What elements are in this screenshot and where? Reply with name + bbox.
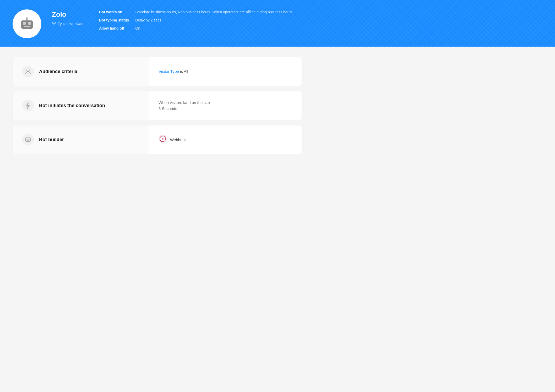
- header-info: Bot works on Standard business hours, No…: [99, 9, 292, 31]
- bot-initiates-title: Bot initiates the conversation: [39, 103, 105, 108]
- webhook-row: Webhook: [159, 135, 187, 145]
- layers-icon: [52, 21, 56, 26]
- svg-rect-3: [24, 26, 30, 27]
- card-left-builder: Bot builder: [13, 125, 149, 154]
- audience-value: Visitor Type is All: [159, 69, 188, 74]
- main-content: Audience criteria Visitor Type is All Bo…: [0, 47, 314, 170]
- org-name: Zylker Hardware: [58, 22, 85, 26]
- initiates-content: When visitors land on the site 6 Seconds: [159, 100, 210, 111]
- trigger-line1: When visitors land on the site: [159, 100, 210, 105]
- bot-works-on-label: Bot works on: [99, 9, 129, 14]
- audience-criteria-title: Audience criteria: [39, 69, 77, 74]
- svg-rect-8: [26, 139, 28, 140]
- bot-builder-title: Bot builder: [39, 137, 64, 142]
- svg-point-6: [27, 69, 29, 71]
- bot-avatar: [13, 9, 41, 38]
- svg-point-10: [28, 137, 28, 137]
- card-left-initiates: Bot initiates the conversation: [13, 91, 149, 120]
- card-left-audience: Audience criteria: [13, 57, 149, 86]
- svg-rect-1: [23, 22, 26, 25]
- allow-handoff-value: On: [135, 26, 292, 31]
- audience-icon: [22, 66, 34, 77]
- header: Zolo Zylker Hardware Bot works on Standa…: [0, 0, 555, 47]
- bot-typing-label: Bot typing status: [99, 18, 129, 22]
- visitor-type-link[interactable]: Visitor Type: [159, 69, 179, 74]
- bot-builder-icon: [22, 134, 34, 145]
- allow-handoff-label: Allow hand off: [99, 26, 129, 30]
- bot-avatar-icon: [19, 17, 35, 30]
- visitor-type-rest: is All: [179, 69, 188, 74]
- svg-rect-7: [25, 138, 31, 141]
- audience-criteria-card[interactable]: Audience criteria Visitor Type is All: [13, 57, 302, 86]
- trigger-line2: 6 Seconds: [159, 106, 210, 111]
- card-right-audience: Visitor Type is All: [149, 57, 302, 86]
- svg-rect-0: [21, 20, 33, 29]
- bot-initiates-card[interactable]: Bot initiates the conversation When visi…: [13, 91, 302, 120]
- bot-works-on-value: Standard business hours, Non business ho…: [135, 9, 292, 15]
- svg-rect-9: [29, 139, 30, 140]
- bot-name: Zolo: [52, 10, 89, 19]
- webhook-icon: [159, 135, 167, 145]
- svg-point-5: [26, 17, 28, 19]
- card-right-initiates: When visitors land on the site 6 Seconds: [149, 91, 302, 120]
- bot-typing-value: Delay by 2 secs: [135, 18, 292, 23]
- lightning-icon: [22, 100, 34, 111]
- bot-builder-card[interactable]: Bot builder: [13, 125, 302, 154]
- svg-point-12: [162, 138, 164, 140]
- card-right-builder: Webhook: [149, 125, 302, 154]
- webhook-label: Webhook: [170, 137, 187, 142]
- svg-rect-2: [28, 22, 31, 25]
- bot-identity: Zolo Zylker Hardware: [52, 10, 89, 26]
- bot-org: Zylker Hardware: [52, 21, 89, 26]
